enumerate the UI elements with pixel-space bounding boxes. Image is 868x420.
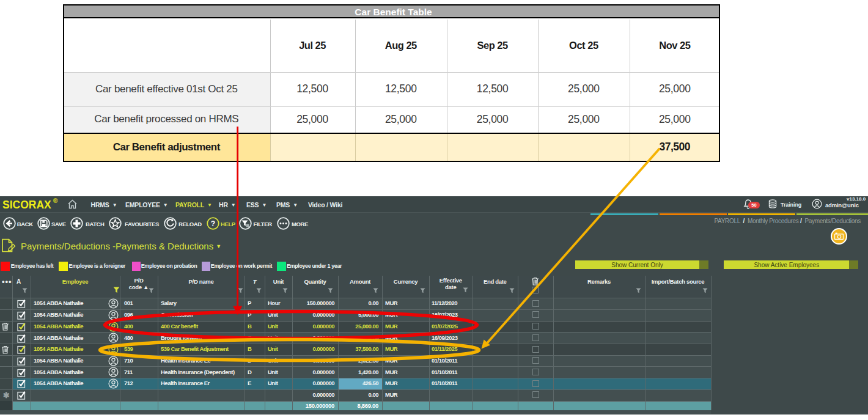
svg-text:?: ? [210,219,215,228]
